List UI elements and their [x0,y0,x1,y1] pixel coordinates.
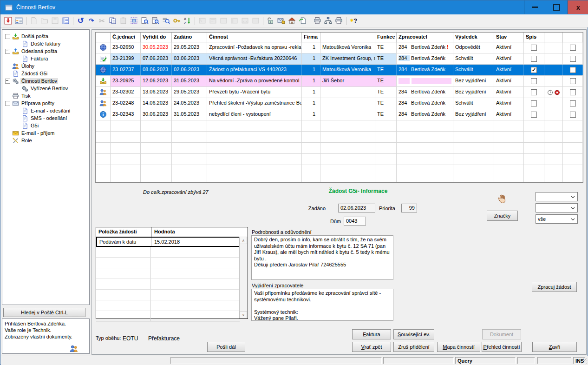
souvisejici-ev-button[interactable]: Související ev. [393,329,434,339]
checkbox-unchecked[interactable] [531,100,537,106]
checkbox-unchecked[interactable] [531,56,537,62]
table-row[interactable]: 23-2139907.06.202303.06.2023Věcná správn… [96,53,583,65]
column-header[interactable]: Zpracovatel [397,33,453,42]
table-row[interactable]: 23-0234330.06.202331.05.2023nebydlící čl… [96,109,583,120]
table-row[interactable]: 23-0230213.06.202329.05.2023Převzetí byt… [96,87,583,98]
tree-item[interactable]: Došlé faktury [2,40,89,47]
tree-item[interactable]: Faktura [2,55,89,62]
checkbox-unchecked[interactable] [570,56,576,62]
zpracuj-zadost-button[interactable]: Zpracuj žádost [532,282,577,292]
redo-icon[interactable]: ↷ [86,15,97,26]
unlock-icon[interactable] [265,15,276,26]
scroll-down-icon[interactable]: ∨ [240,311,247,319]
tree-item[interactable]: Činnosti Bertlov [2,77,89,85]
column-header[interactable] [544,33,563,42]
collapse-icon[interactable] [5,49,10,54]
copy-icon[interactable] [107,15,118,26]
table-row[interactable]: 23-2092512.06.202331.05.2023Na vědomí -Z… [96,76,583,87]
maximize-button[interactable] [546,0,567,14]
minimize-button[interactable] [524,0,545,14]
column-header[interactable] [320,33,375,42]
scrollbar[interactable]: ∧∨ [239,237,248,319]
priority-field[interactable]: 99 [401,204,417,212]
close-button[interactable]: x [568,0,588,14]
home-icon[interactable] [287,15,297,26]
help-icon[interactable]: ✱? [348,15,359,26]
column-header[interactable] [563,33,583,42]
tree-item[interactable]: Došlá pošta [2,33,89,40]
details-textarea[interactable]: Dobrý den, prosím o info, kam se obrátit… [251,235,393,280]
scroll-up-icon[interactable]: ∧ [240,237,247,244]
tree-item[interactable]: Role [2,137,89,144]
prehled-cinnosti-button[interactable]: Přehled činností [482,342,522,352]
request-item-row[interactable]: Podávám k datu15.02.2018 [96,237,240,247]
tree-item[interactable]: Odeslaná pošta [2,47,89,55]
tree-item[interactable]: E-mail - odesílání [2,107,89,114]
key-icon[interactable] [171,15,182,26]
search-mail-button[interactable]: Hledej v Poště Ctrl-L [3,308,85,317]
column-header[interactable]: Zadáno [172,33,207,42]
exit-icon[interactable] [3,15,13,26]
column-header[interactable]: Firma [302,33,320,42]
table-row[interactable]: 23-0224814.06.202324.05.2023Přehled škol… [96,98,583,109]
column-header[interactable]: Spis [524,33,544,42]
checkbox-unchecked[interactable] [570,89,576,95]
checkbox-unchecked[interactable] [531,112,537,118]
vrat-zpet-button[interactable]: Vrať zpět [352,342,391,352]
collapse-icon[interactable] [5,34,10,39]
sort-az-icon[interactable]: AZ [182,15,193,26]
org-chart-icon[interactable] [323,15,333,26]
column-header[interactable]: Vyřídit do [141,33,172,42]
tree-item[interactable]: SMS - odesílání [2,114,89,122]
column-header[interactable] [96,33,111,42]
column-header[interactable]: Stav [494,33,524,42]
filter-dropdown[interactable] [536,203,578,212]
printer-icon[interactable] [333,15,344,26]
checkbox-unchecked[interactable] [531,78,537,84]
column-header[interactable]: Činnost [207,33,302,42]
column-header[interactable]: Výsledek [453,33,494,42]
column-header[interactable]: Č.jednací [111,33,141,42]
find-filter-icon[interactable] [161,15,171,26]
tree-item[interactable]: Žádosti G5i [2,70,89,77]
filter-dropdown[interactable] [536,192,578,201]
doc-refresh-icon[interactable] [297,15,308,26]
checkbox-unchecked[interactable] [531,89,537,95]
select-region-icon[interactable] [129,15,139,26]
house-field[interactable]: 0043 [344,217,366,226]
checkbox-unchecked[interactable] [570,45,576,51]
column-header[interactable]: Funkce [375,33,397,42]
tree-item[interactable]: Tisk [2,92,89,100]
posli-dal-button[interactable]: Pošli dál [207,342,245,352]
mapa-cinnosti-button[interactable]: Mapa činností [437,342,480,352]
zrus-prideleni-button[interactable]: Zruš přidělení [393,342,434,352]
checkbox-unchecked[interactable] [531,45,537,51]
collapse-icon[interactable] [5,79,10,84]
faktura-button[interactable]: Faktura [352,329,391,339]
table-row[interactable]: 23-0265030.05.202329.05.2023Zpracování -… [96,42,583,53]
tree-item[interactable]: Úlohy [2,62,89,70]
checkbox-unchecked[interactable] [570,67,576,73]
zavri-button[interactable]: Zavři [532,342,577,352]
tree-item[interactable]: G5i [2,122,89,129]
tree-item[interactable]: Příprava pošty [2,100,89,107]
checkbox-unchecked[interactable] [570,78,576,84]
find-next-icon[interactable] [139,15,150,26]
mail-lock-icon[interactable] [276,15,287,26]
find-in-doc-icon[interactable] [150,15,161,26]
form-view-icon[interactable] [13,15,24,26]
checkbox-unchecked[interactable] [570,100,576,106]
checkbox-unchecked[interactable] [570,112,576,118]
processor-statement-textarea[interactable]: Vaši připomínku předáváme ke zpracování … [251,289,393,321]
print-doc-icon[interactable] [312,15,323,26]
undo-icon[interactable]: ↺ [75,15,86,26]
list-view-icon[interactable] [60,15,71,26]
znacky-button[interactable]: Značky [487,211,518,221]
tree-item[interactable]: Vyřízené Bertlov [2,85,89,92]
collapse-icon[interactable] [5,101,10,106]
tree-item[interactable]: E-mail - příjem [2,129,89,137]
entered-date-field[interactable]: 02.06.2023 [338,204,375,212]
filter-dropdown[interactable]: vše [536,214,578,224]
checkbox-checked[interactable]: ✓ [531,67,537,73]
table-row[interactable]: 23-0273708.06.202302.06.2023Žádost o pře… [96,65,583,76]
